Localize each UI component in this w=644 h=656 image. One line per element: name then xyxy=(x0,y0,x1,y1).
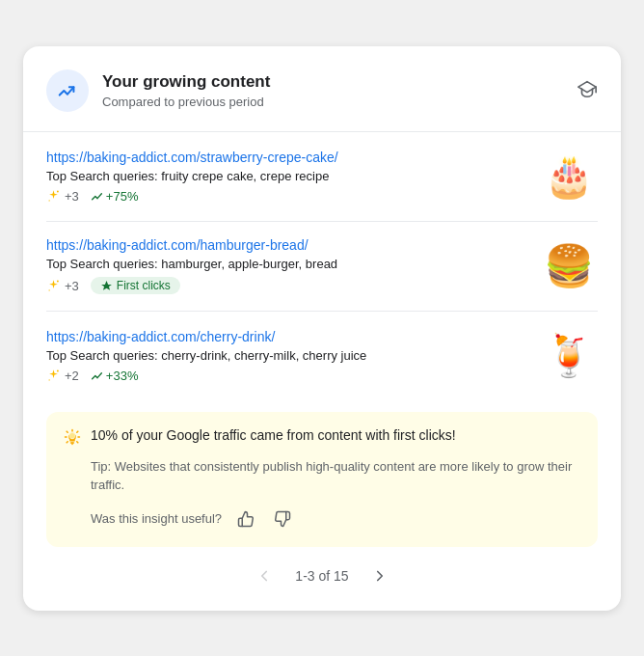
pagination-prev-button[interactable] xyxy=(249,560,280,591)
item-queries-1: Top Search queries: hamburger, apple-bur… xyxy=(46,257,528,271)
item-stats-0: +3 +75% xyxy=(46,189,528,204)
content-item-0: https://baking-addict.com/strawberry-cre… xyxy=(46,132,598,222)
item-url-1[interactable]: https://baking-addict.com/hamburger-brea… xyxy=(46,237,528,253)
queries-label-0: Top Search queries: xyxy=(46,169,158,183)
stat-trend-2: +33% xyxy=(91,369,139,383)
item-info-0: https://baking-addict.com/strawberry-cre… xyxy=(46,150,528,204)
pagination-label: 1-3 of 15 xyxy=(295,568,348,584)
queries-values-1: hamburger, apple-burger, bread xyxy=(161,257,337,271)
item-image-1: 🍔 xyxy=(540,237,598,295)
insight-header: 10% of your Google traffic came from con… xyxy=(64,427,580,450)
header-left: Your growing content Compared to previou… xyxy=(46,69,270,112)
content-item-2: https://baking-addict.com/cherry-drink/ … xyxy=(46,312,598,400)
card-title: Your growing content xyxy=(102,71,270,93)
header-icon-bg xyxy=(46,69,89,112)
queries-values-0: fruity crepe cake, crepe recipe xyxy=(161,169,329,183)
chevron-right-icon xyxy=(371,567,389,585)
item-image-2: 🍹 xyxy=(540,327,598,385)
svg-point-3 xyxy=(57,280,59,282)
trend-up-icon-0 xyxy=(91,190,103,203)
graduation-cap-button[interactable] xyxy=(577,78,598,103)
item-image-0: 🎂 xyxy=(540,148,598,205)
sparkle-icon-0 xyxy=(46,189,61,204)
insight-tip: Tip: Websites that consistently publish … xyxy=(91,457,580,495)
header-text: Your growing content Compared to previou… xyxy=(102,71,270,109)
graduation-cap-icon xyxy=(577,78,598,99)
svg-point-1 xyxy=(57,190,59,192)
trending-up-icon xyxy=(57,80,78,101)
card-subtitle: Compared to previous period xyxy=(102,95,270,109)
thumbs-down-icon xyxy=(274,510,291,528)
trend-pct-0: +75% xyxy=(106,189,139,204)
stat-clicks-1: +3 xyxy=(46,279,79,293)
stat-clicks-0: +3 xyxy=(46,189,79,204)
item-info-1: https://baking-addict.com/hamburger-brea… xyxy=(46,237,528,294)
insight-highlight: 10% of your Google traffic came from con… xyxy=(91,427,456,443)
trend-up-icon-2 xyxy=(91,369,103,382)
item-queries-2: Top Search queries: cherry-drink, cherry… xyxy=(46,348,528,363)
lightbulb-icon xyxy=(64,428,81,446)
queries-label-1: Top Search queries: xyxy=(46,257,158,271)
content-items-list: https://baking-addict.com/strawberry-cre… xyxy=(46,132,598,400)
item-queries-0: Top Search queries: fruity crepe cake, c… xyxy=(46,169,528,183)
item-stats-1: +3 First clicks xyxy=(46,277,528,294)
item-url-0[interactable]: https://baking-addict.com/strawberry-cre… xyxy=(46,150,528,165)
chevron-left-icon xyxy=(255,567,273,585)
growing-content-card: Your growing content Compared to previou… xyxy=(23,46,621,611)
clicks-delta-0: +3 xyxy=(65,189,79,204)
item-stats-2: +2 +33% xyxy=(46,369,528,383)
first-clicks-badge: First clicks xyxy=(91,277,180,294)
pagination: 1-3 of 15 xyxy=(46,547,598,595)
sparkle-icon-2 xyxy=(46,369,61,383)
clicks-delta-2: +2 xyxy=(65,369,79,383)
queries-label-2: Top Search queries: xyxy=(46,348,158,363)
item-info-2: https://baking-addict.com/cherry-drink/ … xyxy=(46,329,528,383)
thumbs-up-icon xyxy=(237,510,255,528)
pagination-next-button[interactable] xyxy=(364,560,395,591)
sparkle-icon-1 xyxy=(46,279,61,293)
lightbulb-icon-wrap xyxy=(64,428,81,450)
stat-trend-0: +75% xyxy=(91,189,139,204)
thumbs-up-button[interactable] xyxy=(233,506,258,532)
diamond-icon xyxy=(100,280,113,292)
svg-point-6 xyxy=(49,379,50,380)
stat-clicks-2: +2 xyxy=(46,369,79,383)
card-header: Your growing content Compared to previou… xyxy=(46,69,598,112)
insight-box: 10% of your Google traffic came from con… xyxy=(46,412,598,547)
svg-point-2 xyxy=(49,200,50,201)
insight-feedback-row: Was this insight useful? xyxy=(91,506,580,532)
thumbs-down-button[interactable] xyxy=(270,506,295,532)
content-item-1: https://baking-addict.com/hamburger-brea… xyxy=(46,222,598,312)
clicks-delta-1: +3 xyxy=(65,279,79,293)
feedback-question: Was this insight useful? xyxy=(91,511,222,526)
queries-values-2: cherry-drink, cherry-milk, cherry juice xyxy=(161,348,366,363)
trend-pct-2: +33% xyxy=(106,369,139,383)
svg-point-4 xyxy=(49,289,50,290)
svg-point-5 xyxy=(57,369,59,371)
item-url-2[interactable]: https://baking-addict.com/cherry-drink/ xyxy=(46,329,528,344)
svg-point-9 xyxy=(69,432,74,437)
